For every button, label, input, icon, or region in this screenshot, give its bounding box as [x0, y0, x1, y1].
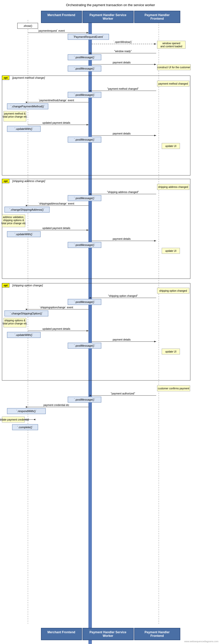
- svg-text:"shipping address changed": "shipping address changed": [107, 191, 139, 194]
- svg-text:[payment method change]: [payment method change]: [12, 76, 45, 79]
- svg-text:`.updateWith()`: `.updateWith()`: [14, 333, 33, 336]
- svg-text:`paymentmethodchange` event: `paymentmethodchange` event: [39, 99, 74, 102]
- svg-text:`.updateWith()`: `.updateWith()`: [14, 233, 33, 236]
- svg-text:`.respondWith()`: `.respondWith()`: [16, 410, 36, 413]
- header-payment-handler-frontend: Payment Handler Frontend: [134, 11, 180, 23]
- svg-text:customer confirms payment: customer confirms payment: [158, 387, 190, 390]
- svg-text:`.changePaymentMethod()`: `.changePaymentMethod()`: [10, 105, 45, 108]
- svg-text:"payment authorized": "payment authorized": [111, 392, 135, 395]
- svg-text:total price change etc: total price change etc: [3, 115, 27, 118]
- svg-text:shipping option changed: shipping option changed: [159, 289, 187, 292]
- svg-text:and content loaded: and content loaded: [160, 45, 182, 48]
- header-payment-handler-sw: Payment Handler Service Worker: [82, 11, 134, 23]
- svg-text:update UI: update UI: [165, 145, 176, 148]
- header-merchant-frontend: Merchant Frontend: [41, 11, 82, 23]
- svg-text:address validation,: address validation,: [3, 216, 24, 219]
- footer-payment-handler-frontend: Payment Handler Frontend: [134, 628, 180, 640]
- header-row: Merchant Frontend Payment Handler Servic…: [0, 11, 221, 23]
- svg-text:total price change etc: total price change etc: [3, 322, 27, 325]
- svg-text:total price change etc: total price change etc: [1, 222, 26, 225]
- svg-text:payment details: payment details: [113, 338, 131, 341]
- svg-text:update UI: update UI: [165, 350, 176, 353]
- svg-text:opt: opt: [4, 76, 8, 79]
- svg-text:payment details: payment details: [113, 61, 131, 64]
- svg-text:`shippingoptionchange` event: `shippingoptionchange` event: [39, 306, 73, 309]
- svg-text:`.postMessage()`: `.postMessage()`: [74, 243, 95, 246]
- svg-text:"payment method changed": "payment method changed": [107, 87, 139, 90]
- svg-text:shipping address changed: shipping address changed: [158, 186, 188, 188]
- svg-text:updated payment details: updated payment details: [43, 227, 70, 230]
- svg-text:`.openWindow()`: `.openWindow()`: [113, 41, 132, 43]
- svg-text:payment method changed: payment method changed: [158, 82, 188, 85]
- footer-merchant-frontend: Merchant Frontend: [41, 628, 82, 640]
- svg-text:`.postMessage()`: `.postMessage()`: [74, 398, 95, 401]
- svg-text:[shipping option change]: [shipping option change]: [12, 284, 43, 287]
- footer-payment-handler-sw: Payment Handler Service Worker: [82, 628, 134, 640]
- svg-text:shipping options &: shipping options &: [3, 219, 24, 222]
- svg-text:`.updateWith()`: `.updateWith()`: [14, 127, 33, 130]
- diagram-title: Orchestrating the payment transaction on…: [0, 0, 221, 9]
- svg-text:`shippingaddresschange` event: `shippingaddresschange` event: [38, 202, 74, 205]
- svg-text:.show(): .show(): [23, 24, 32, 27]
- svg-text:[shipping address change]: [shipping address change]: [12, 179, 45, 183]
- svg-text:update UI: update UI: [165, 250, 176, 252]
- svg-text:"window ready": "window ready": [114, 50, 132, 53]
- svg-text:validate payment credential: validate payment credential: [0, 418, 29, 421]
- svg-text:shipping options &: shipping options &: [4, 319, 25, 322]
- svg-text:`.postMessage()`: `.postMessage()`: [74, 300, 95, 303]
- svg-text:`PaymentRequestEvent`: `PaymentRequestEvent`: [73, 35, 104, 38]
- svg-text:window opened: window opened: [162, 42, 180, 45]
- svg-text:"shipping option changed": "shipping option changed": [108, 295, 138, 297]
- svg-text:payment credential etc: payment credential etc: [44, 404, 69, 406]
- svg-text:`.postMessage()`: `.postMessage()`: [74, 138, 95, 141]
- svg-text:opt: opt: [4, 284, 8, 287]
- svg-text:`.postMessage()`: `.postMessage()`: [74, 67, 95, 70]
- diagram-svg: .show() `paymentrequest` event `PaymentR…: [0, 0, 221, 644]
- svg-text:`.postMessage()`: `.postMessage()`: [74, 93, 95, 96]
- svg-text:payment details: payment details: [113, 132, 131, 135]
- svg-text:`.changeShippingAddress()`: `.changeShippingAddress()`: [9, 208, 45, 211]
- svg-text:`.postMessage()`: `.postMessage()`: [74, 197, 95, 200]
- svg-text:construct UI for the customer: construct UI for the customer: [157, 66, 191, 69]
- svg-text:`.postMessage()`: `.postMessage()`: [74, 344, 95, 347]
- svg-text:payment method &: payment method &: [4, 112, 26, 115]
- svg-text:`.postMessage()`: `.postMessage()`: [74, 56, 95, 59]
- svg-text:updated payment details: updated payment details: [43, 121, 70, 124]
- footer-row: Merchant Frontend Payment Handler Servic…: [0, 628, 221, 640]
- svg-rect-3: [89, 20, 92, 644]
- svg-text:opt: opt: [4, 180, 8, 183]
- svg-text:`.changeShippingOption()`: `.changeShippingOption()`: [10, 312, 43, 315]
- diagram-container: Orchestrating the payment transaction on…: [0, 0, 221, 644]
- svg-text:updated payment details: updated payment details: [43, 327, 70, 330]
- svg-text:payment details: payment details: [113, 238, 131, 240]
- svg-text:`paymentrequest` event: `paymentrequest` event: [38, 29, 65, 32]
- svg-text:`.complete()`: `.complete()`: [17, 426, 33, 429]
